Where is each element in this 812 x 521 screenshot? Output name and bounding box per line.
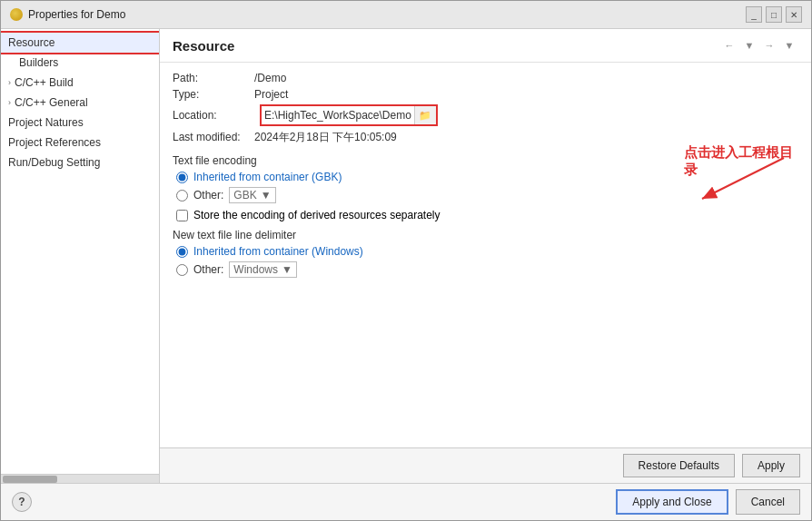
sidebar-item-label: Run/Debug Setting — [8, 156, 100, 169]
sidebar-item-builders[interactable]: Builders — [1, 53, 159, 73]
path-row: Path: /Demo — [173, 72, 798, 84]
section-title: Resource — [173, 38, 234, 54]
newline-dropdown[interactable]: Windows ▼ — [229, 261, 297, 278]
maximize-button[interactable]: □ — [766, 6, 782, 23]
scrollbar-thumb — [3, 476, 57, 483]
other-newline-radio[interactable] — [176, 264, 188, 276]
chevron-icon: › — [8, 78, 11, 87]
newline-dropdown-value: Windows — [233, 263, 278, 276]
sidebar-item-project-references[interactable]: Project References — [1, 133, 159, 152]
newline-section-title: New text file line delimiter — [173, 229, 798, 241]
back-dropdown-button[interactable]: ▼ — [740, 36, 758, 54]
encoding-radio-group: Inherited from container (GBK) Other: GB… — [176, 171, 798, 203]
main-header: Resource ← ▼ → ▼ — [160, 29, 811, 63]
chevron-down-icon: ▼ — [261, 189, 272, 202]
restore-defaults-button[interactable]: Restore Defaults — [623, 454, 735, 477]
inherited-encoding-radio[interactable] — [176, 172, 188, 183]
store-encoding-checkbox[interactable] — [176, 210, 188, 221]
footer-buttons: Restore Defaults Apply — [160, 447, 811, 483]
sidebar-scrollbar[interactable] — [1, 474, 160, 483]
location-row: Location: E:\HighTec_WorkSpace\Demo 📁 — [173, 104, 798, 126]
inherited-newline-radio[interactable] — [176, 246, 188, 258]
title-bar: Properties for Demo _ □ ✕ — [1, 1, 811, 29]
apply-button[interactable]: Apply — [742, 454, 800, 477]
main-scroll-area: Path: /Demo Type: Project Location: E:\H… — [160, 63, 811, 447]
help-button[interactable]: ? — [12, 492, 32, 512]
last-modified-label: Last modified: — [173, 131, 254, 143]
encoding-dropdown-value: GBK — [233, 189, 256, 202]
sidebar-item-label: Project References — [8, 136, 101, 149]
sidebar-item-resource[interactable]: Resource — [1, 33, 159, 53]
sidebar-item-label: Project Natures — [8, 116, 84, 129]
bottom-bar: ? Apply and Close Cancel — [1, 483, 811, 520]
other-encoding-radio-row: Other: GBK ▼ — [176, 187, 798, 203]
type-row: Type: Project — [173, 88, 798, 101]
minimize-button[interactable]: _ — [746, 6, 762, 23]
location-input-wrapper: E:\HighTec_WorkSpace\Demo 📁 — [260, 104, 438, 126]
other-newline-radio-row: Other: Windows ▼ — [176, 261, 798, 278]
properties-dialog: Properties for Demo _ □ ✕ Resource Build… — [0, 0, 812, 521]
close-button[interactable]: ✕ — [786, 6, 802, 23]
encoding-dropdown[interactable]: GBK ▼ — [229, 187, 275, 203]
dialog-body: Resource Builders › C/C++ Build › C/C++ … — [1, 29, 811, 483]
forward-button[interactable]: → — [760, 36, 778, 54]
inherited-newline-label: Inherited from container (Windows) — [193, 245, 363, 258]
other-newline-label: Other: — [193, 263, 223, 276]
inherited-encoding-label: Inherited from container (GBK) — [193, 171, 342, 183]
chevron-down-icon: ▼ — [282, 263, 292, 276]
chevron-icon: › — [8, 98, 11, 107]
location-value: E:\HighTec_WorkSpace\Demo — [262, 108, 414, 123]
type-value: Project — [254, 88, 288, 101]
store-encoding-row: Store the encoding of derived resources … — [176, 209, 798, 221]
bottom-action-buttons: Apply and Close Cancel — [616, 489, 800, 515]
browse-location-button[interactable]: 📁 — [414, 106, 436, 124]
sidebar-item-ccpp-general[interactable]: › C/C++ General — [1, 93, 159, 113]
newline-radio-group: Inherited from container (Windows) Other… — [176, 245, 798, 278]
back-button[interactable]: ← — [720, 36, 738, 54]
cancel-button[interactable]: Cancel — [736, 489, 800, 515]
location-label: Location: — [173, 109, 254, 122]
last-modified-value: 2024年2月18日 下午10:05:09 — [254, 130, 397, 145]
path-label: Path: — [173, 72, 254, 84]
sidebar-item-ccpp-build[interactable]: › C/C++ Build — [1, 73, 159, 93]
folder-icon: 📁 — [419, 110, 431, 122]
nav-arrows: ← ▼ → ▼ — [720, 36, 798, 54]
sidebar: Resource Builders › C/C++ Build › C/C++ … — [1, 29, 160, 483]
sidebar-item-label: Resource — [8, 36, 54, 49]
title-buttons: _ □ ✕ — [746, 6, 802, 23]
last-modified-row: Last modified: 2024年2月18日 下午10:05:09 — [173, 130, 798, 145]
main-content: Resource ← ▼ → ▼ Path: /Demo Type: — [160, 29, 811, 483]
inherited-newline-radio-row: Inherited from container (Windows) — [176, 245, 798, 258]
store-encoding-label: Store the encoding of derived resources … — [193, 209, 441, 221]
sidebar-item-label: C/C++ General — [15, 96, 88, 109]
dialog-icon — [10, 8, 23, 21]
apply-and-close-button[interactable]: Apply and Close — [616, 489, 728, 515]
other-encoding-radio[interactable] — [176, 190, 188, 202]
inherited-encoding-radio-row: Inherited from container (GBK) — [176, 171, 798, 183]
dialog-title: Properties for Demo — [28, 8, 740, 21]
sidebar-item-label: Builders — [19, 56, 58, 69]
sidebar-item-run-debug[interactable]: Run/Debug Setting — [1, 152, 159, 172]
other-encoding-label: Other: — [193, 189, 223, 202]
info-table: Path: /Demo Type: Project Location: E:\H… — [173, 72, 798, 145]
sidebar-item-label: C/C++ Build — [15, 76, 74, 89]
type-label: Type: — [173, 88, 254, 101]
path-value: /Demo — [254, 72, 286, 84]
sidebar-item-project-natures[interactable]: Project Natures — [1, 113, 159, 133]
forward-dropdown-button[interactable]: ▼ — [780, 36, 798, 54]
text-encoding-section-title: Text file encoding — [173, 154, 798, 167]
